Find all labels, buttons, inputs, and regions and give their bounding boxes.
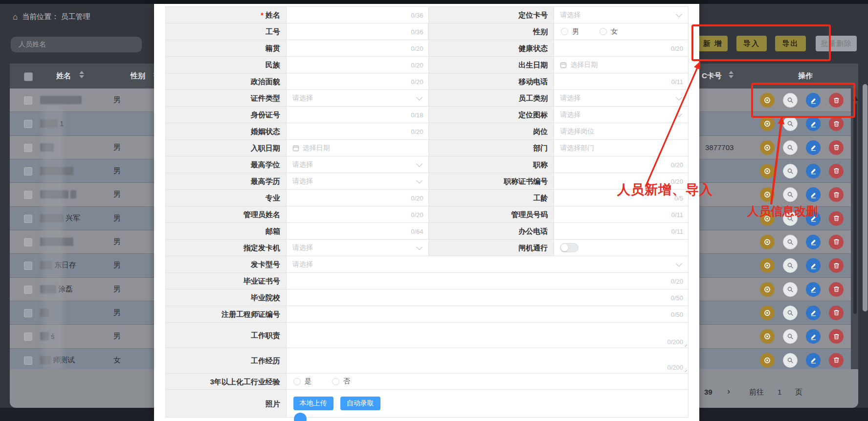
table-scrollbar-thumb[interactable] [853,104,857,314]
search-input[interactable]: 人员姓名 [11,37,142,52]
resize-handle-icon[interactable] [683,342,687,347]
select-input[interactable]: 请选择 [287,90,428,106]
row-checkbox[interactable] [24,120,32,128]
text-input[interactable]: 0/20 [287,273,688,289]
text-input[interactable]: 0/20 [287,190,428,206]
text-input[interactable]: 0/20 [287,206,428,222]
delete-button[interactable] [829,187,844,202]
view-button[interactable] [783,353,798,368]
text-input[interactable]: 0/36 [287,23,428,40]
delete-button[interactable] [829,353,844,368]
edit-button[interactable] [806,329,821,344]
edit-button[interactable] [806,140,821,155]
radio-option[interactable]: 否 [332,377,350,386]
select-input[interactable]: 请选择 [287,173,428,189]
row-checkbox[interactable] [24,191,32,199]
text-input[interactable]: 0/11 [554,73,688,89]
row-checkbox[interactable] [24,332,32,341]
delete-button[interactable] [829,282,844,297]
text-input[interactable]: 0/20 [554,156,688,173]
select-input[interactable]: 请选择 [554,107,688,123]
card-circle-button[interactable] [760,306,775,320]
text-input[interactable]: 0/20 [287,40,428,56]
card-circle-button[interactable] [760,282,775,297]
row-checkbox[interactable] [24,144,32,152]
text-input[interactable]: 0/18 [287,107,428,123]
text-input[interactable]: 0/20 [287,57,428,73]
delete-button[interactable] [829,306,844,320]
select-input[interactable]: 请选择 [554,90,688,106]
delete-button[interactable] [829,211,844,226]
row-checkbox[interactable] [24,238,32,246]
delete-button[interactable] [829,258,844,273]
view-button[interactable] [783,306,798,320]
card-circle-button[interactable] [760,329,775,344]
row-checkbox[interactable] [24,356,32,365]
edit-button[interactable] [806,116,821,131]
sort-icon[interactable] [79,71,84,78]
edit-button[interactable] [806,187,821,202]
row-checkbox[interactable] [24,96,32,105]
view-button[interactable] [783,235,798,249]
textarea-input[interactable]: 0/200 [287,348,688,373]
card-circle-button[interactable] [760,187,775,202]
text-input[interactable]: 0/36 [287,7,428,23]
radio-option[interactable]: 男 [561,27,579,36]
form-control[interactable]: 男女 [554,23,688,40]
card-circle-button[interactable] [760,258,775,273]
view-button[interactable] [783,187,798,202]
view-button[interactable] [783,140,798,155]
date-picker-input[interactable]: 选择日期 [554,57,688,73]
gate-pass-toggle[interactable] [560,243,579,252]
row-checkbox[interactable] [24,286,32,294]
edit-button[interactable] [806,258,821,273]
text-input[interactable]: 0/20 [287,123,428,139]
column-header-gender[interactable]: 性别 [131,64,145,89]
select-input[interactable]: 请选择 [554,7,688,23]
text-input[interactable]: 0/20 [287,73,428,89]
edit-button[interactable] [806,164,821,178]
text-input[interactable]: 0/11 [554,206,688,222]
card-circle-button[interactable] [760,140,775,155]
date-picker-input[interactable]: 选择日期 [287,140,428,156]
text-input[interactable]: 0/11 [554,223,688,239]
text-input[interactable]: 0/50 [287,306,688,322]
page-number-last[interactable]: 39 [704,388,712,396]
resize-handle-icon[interactable] [683,368,687,372]
card-circle-button[interactable] [760,164,775,178]
auto-capture-button[interactable]: 自动录取 [340,397,380,410]
form-control[interactable]: 本地上传自动录取 [287,390,688,417]
page-jump-input[interactable]: 1 [778,388,781,396]
text-input[interactable]: 0/64 [287,223,428,239]
card-circle-button[interactable] [760,116,775,131]
edit-button[interactable] [806,353,821,368]
delete-button[interactable] [829,235,844,249]
delete-button[interactable] [829,329,844,344]
select-input[interactable]: 请选择 [287,240,428,256]
select-all-checkbox[interactable] [24,72,33,81]
row-checkbox[interactable] [24,167,32,176]
select-input[interactable]: 请选择 [287,156,428,173]
form-control[interactable] [554,240,688,256]
row-checkbox[interactable] [24,215,32,223]
delete-button[interactable] [829,164,844,178]
card-circle-button[interactable] [760,235,775,249]
view-button[interactable] [783,116,798,131]
text-input[interactable]: 请选择部门 [554,140,688,156]
select-input[interactable]: 请选择 [287,256,688,272]
view-button[interactable] [783,282,798,297]
view-button[interactable] [783,164,798,178]
column-header-card[interactable]: C卡号 [702,64,722,89]
row-checkbox[interactable] [24,262,32,270]
local-upload-button[interactable]: 本地上传 [293,397,334,410]
edit-button[interactable] [806,235,821,249]
delete-button[interactable] [829,116,844,131]
page-scrollbar-thumb[interactable] [863,84,868,311]
text-input[interactable]: 0/50 [287,289,688,306]
text-input[interactable]: 0/20 [554,40,688,56]
next-page-icon[interactable]: › [727,386,730,397]
form-control[interactable]: 是否 [287,374,688,389]
delete-button[interactable] [829,140,844,155]
view-button[interactable] [783,329,798,344]
row-checkbox[interactable] [24,309,32,317]
